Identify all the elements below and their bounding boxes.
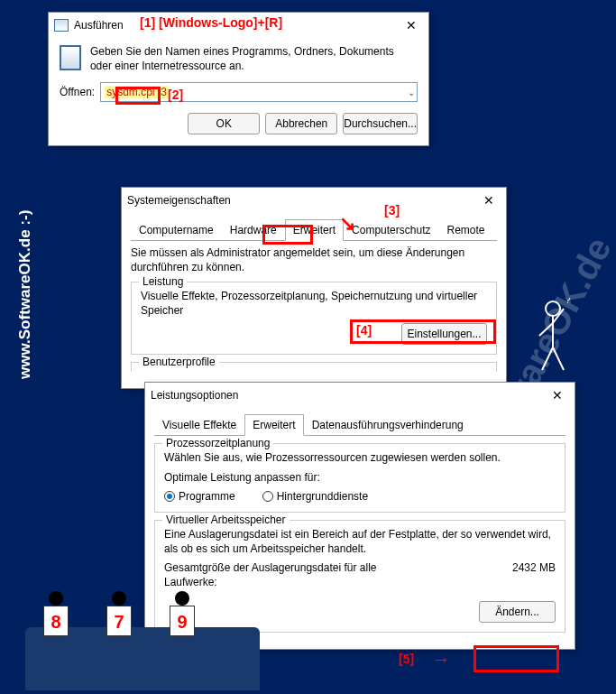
svg-text:?: ? (565, 298, 571, 305)
run-description: Geben Sie den Namen eines Programms, Ord… (90, 45, 418, 73)
stick-figure: ? (526, 298, 580, 379)
radio-background[interactable]: Hintergrunddienste (262, 490, 368, 503)
settings-button[interactable]: Einstellungen... (401, 323, 487, 345)
tab-erweitert[interactable]: Erweitert (285, 219, 344, 241)
tab-hardware[interactable]: Hardware (222, 219, 285, 241)
figure-head (112, 591, 126, 606)
cancel-button[interactable]: Abbrechen (265, 113, 337, 134)
admin-hint: Sie müssen als Administrator angemeldet … (131, 246, 497, 274)
sysprops-titlebar: Systemeigenschaften ✕ (122, 188, 506, 213)
cpu-scheduling-group: Prozessorzeitplanung Wählen Sie aus, wie… (154, 443, 565, 513)
svg-line-5 (553, 347, 564, 370)
change-button[interactable]: Ändern... (479, 601, 556, 623)
tab-visual-effects[interactable]: Visuelle Effekte (154, 414, 244, 436)
radio-programs[interactable]: Programme (164, 490, 235, 503)
open-label: Öffnen: (60, 86, 95, 98)
score-sign-9: 9 (170, 606, 195, 636)
tab-remote[interactable]: Remote (438, 219, 492, 241)
watermark-vertical: www.SoftwareOK.de :-) (16, 210, 34, 379)
close-icon[interactable]: ✕ (475, 190, 502, 211)
sysprops-title: Systemeigenschaften (127, 194, 231, 207)
userprofiles-title: Benutzerprofile (139, 356, 219, 368)
ok-button[interactable]: OK (188, 113, 260, 134)
vm-desc: Eine Auslagerungsdatei ist ein Bereich a… (164, 528, 556, 556)
score-sign-7: 7 (106, 606, 132, 636)
score-sign-8: 8 (43, 606, 69, 636)
vm-total-label: Gesamtgröße der Auslagerungsdatei für al… (164, 561, 399, 589)
tab-computerschutz[interactable]: Computerschutz (344, 219, 438, 241)
close-icon[interactable]: ✕ (544, 384, 571, 406)
cpu-optimal: Optimale Leistung anpassen für: (164, 471, 556, 486)
system-properties-dialog: Systemeigenschaften ✕ Computername Hardw… (121, 187, 507, 389)
run-dialog: Ausführen ✕ Geben Sie den Namen eines Pr… (48, 12, 429, 146)
chevron-down-icon[interactable]: ⌄ (408, 88, 415, 97)
close-icon[interactable]: ✕ (398, 14, 425, 36)
userprofiles-group: Benutzerprofile (131, 362, 497, 372)
run-title: Ausführen (74, 19, 124, 32)
performance-options-dialog: Leistungsoptionen ✕ Visuelle Effekte Erw… (144, 382, 575, 650)
tab-computername[interactable]: Computername (131, 219, 222, 241)
arrow-5: → (431, 648, 451, 671)
svg-point-0 (546, 301, 560, 316)
cpu-desc: Wählen Sie aus, wie Prozessorressourcen … (164, 451, 556, 466)
tab-dep[interactable]: Datenausführungsverhinderung (304, 414, 472, 436)
vm-total-value: 2432 MB (512, 561, 556, 589)
browse-button[interactable]: Durchsuchen... (343, 113, 418, 134)
virtual-memory-group: Virtueller Arbeitsspeicher Eine Auslager… (154, 520, 565, 632)
performance-group-title: Leistung (139, 275, 187, 288)
run-titlebar: Ausführen ✕ (49, 13, 428, 38)
sysprops-tabs: Computername Hardware Erweitert Computer… (131, 218, 497, 241)
open-command: sysdm.cpl ,3 (105, 86, 169, 98)
performance-group: Leistung Visuelle Effekte, Prozessorzeit… (131, 282, 497, 355)
annotation-5: [5] (399, 652, 414, 666)
tab-advanced[interactable]: Erweitert (244, 414, 303, 436)
svg-line-4 (542, 347, 553, 370)
open-combobox[interactable]: sysdm.cpl ,3 ⌄ (100, 82, 418, 102)
radio-icon (262, 491, 273, 502)
svg-line-2 (539, 323, 553, 336)
figure-head (175, 591, 189, 606)
vm-group-title: Virtueller Arbeitsspeicher (162, 514, 290, 526)
cpu-group-title: Prozessorzeitplanung (162, 437, 273, 449)
radio-icon (164, 491, 175, 502)
radio-background-label: Hintergrunddienste (277, 490, 368, 503)
run-icon (54, 19, 69, 32)
perfopt-tabs: Visuelle Effekte Erweitert Datenausführu… (154, 413, 565, 436)
run-big-icon (60, 45, 81, 70)
perfopt-title: Leistungsoptionen (151, 389, 238, 402)
radio-programs-label: Programme (179, 490, 235, 503)
perfopt-titlebar: Leistungsoptionen ✕ (145, 383, 575, 408)
performance-desc: Visuelle Effekte, Prozessorzeitplanung, … (141, 290, 487, 318)
figure-head (49, 591, 63, 606)
